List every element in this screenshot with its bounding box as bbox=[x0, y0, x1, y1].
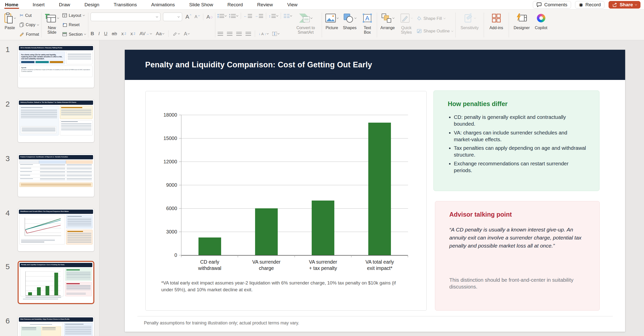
decrease-indent-button[interactable]: ← bbox=[244, 14, 252, 18]
menu-item-design[interactable]: Design bbox=[85, 0, 99, 9]
current-slide[interactable]: Penalty and Liquidity Comparison: Cost o… bbox=[125, 50, 625, 332]
text-direction-chevron-icon bbox=[267, 32, 269, 34]
slide-title-bar[interactable]: Penalty and Liquidity Comparison: Cost o… bbox=[125, 50, 625, 80]
thumb1-pill-navy bbox=[21, 61, 34, 63]
thumb1-agenda-text: 1) Feature comparison 2) Risk/return imp… bbox=[21, 69, 91, 72]
bold-button[interactable]: B bbox=[91, 31, 94, 36]
shape-outline-button[interactable]: Shape Outline bbox=[417, 28, 453, 34]
slide-thumbnail-5-selected[interactable]: Penalty and Liquidity Comparison: Cost o… bbox=[18, 261, 94, 304]
slide-thumbnail-2[interactable]: Advisory Position: Default to “Do Not Re… bbox=[18, 99, 94, 142]
bullets-chevron-icon bbox=[224, 14, 226, 16]
text-direction-button[interactable]: ↓A↕ bbox=[259, 32, 269, 36]
menu-item-insert[interactable]: Insert bbox=[33, 0, 45, 9]
columns-button[interactable] bbox=[284, 14, 292, 18]
line-spacing-button[interactable]: ↕ bbox=[269, 14, 278, 18]
titlebar-actions: Comments ◉ Record Share bbox=[533, 0, 640, 9]
menu-item-home[interactable]: Home bbox=[5, 0, 18, 9]
designer-button[interactable]: Designer bbox=[511, 11, 532, 39]
convert-smartart-button[interactable]: Convert to SmartArt bbox=[292, 11, 319, 39]
copilot-label: Copilot bbox=[535, 26, 547, 30]
menu-item-animations[interactable]: Animations bbox=[151, 0, 175, 9]
menu-item-slide-show[interactable]: Slide Show bbox=[189, 0, 213, 9]
svg-text:A: A bbox=[365, 15, 369, 22]
character-spacing-button[interactable]: AV↔ bbox=[140, 31, 152, 36]
picture-button[interactable]: Picture bbox=[324, 11, 339, 39]
add-ins-button[interactable]: Add-ins bbox=[486, 11, 506, 39]
subscript-button[interactable]: x2 bbox=[130, 31, 135, 36]
menu-item-review[interactable]: Review bbox=[257, 0, 273, 9]
layout-button[interactable]: Layout bbox=[62, 12, 86, 19]
comment-icon bbox=[537, 2, 542, 7]
align-right-button[interactable] bbox=[236, 32, 242, 36]
slide-thumbnail-3[interactable]: Feature Comparison: Certificates of Depo… bbox=[18, 154, 94, 197]
align-center-button[interactable] bbox=[227, 32, 232, 36]
quick-styles-button[interactable]: Quick Styles bbox=[398, 11, 414, 39]
green-box-title: How penalties differ bbox=[448, 100, 586, 108]
shape-outline-label: Shape Outline bbox=[423, 29, 450, 33]
arrange-button[interactable]: Arrange bbox=[379, 11, 396, 39]
paste-button[interactable]: Paste bbox=[3, 11, 17, 39]
strikethrough-button[interactable]: ab bbox=[112, 31, 117, 36]
chart-bar-1 bbox=[198, 237, 221, 255]
comments-button[interactable]: Comments bbox=[533, 1, 571, 9]
share-label: Share bbox=[620, 2, 633, 8]
text-box-button[interactable]: A Text Box bbox=[360, 11, 375, 39]
green-box-bullet: VA: charges can include surrender schedu… bbox=[454, 129, 586, 143]
copy-button[interactable]: Copy bbox=[20, 22, 39, 28]
format-painter-button[interactable]: Format bbox=[20, 31, 39, 37]
slide-thumbnail-6[interactable]: Risk Tolerance and Suitability: Align Pr… bbox=[18, 316, 94, 336]
sensitivity-button[interactable]: Sensitivity bbox=[458, 11, 481, 39]
mini-chart-bar bbox=[28, 292, 32, 295]
decrease-font-button[interactable]: A bbox=[194, 14, 199, 19]
italic-button[interactable]: I bbox=[98, 31, 100, 36]
font-color-button[interactable]: A bbox=[184, 31, 189, 37]
chart-card[interactable]: 0300060009000120001500018000CD earlywith… bbox=[145, 91, 427, 311]
change-case-button[interactable]: Aa bbox=[156, 31, 164, 36]
bullets-button[interactable] bbox=[218, 14, 226, 18]
menu-item-transitions[interactable]: Transitions bbox=[114, 0, 137, 9]
shapes-button[interactable]: Shapes bbox=[342, 11, 357, 39]
slide-thumbnail-4[interactable]: Risk/Return and Growth Effect: Fee Drag … bbox=[18, 208, 94, 252]
x-axis-category-label: VA surrendercharge bbox=[238, 259, 295, 271]
share-button[interactable]: Share bbox=[609, 1, 640, 9]
smartart-chevron-icon bbox=[310, 17, 312, 19]
advisor-talking-point-box[interactable]: Advisor talking point “A CD penalty is u… bbox=[435, 201, 600, 311]
align-left-button[interactable] bbox=[218, 32, 223, 36]
font-name-select[interactable] bbox=[91, 13, 160, 21]
new-slide-button[interactable]: New Slide bbox=[44, 11, 60, 39]
layout-chevron-icon bbox=[83, 14, 85, 16]
text-highlight-button[interactable] bbox=[173, 31, 180, 36]
section-button[interactable]: Section bbox=[62, 31, 86, 37]
menu-item-record[interactable]: Record bbox=[227, 0, 243, 9]
record-button[interactable]: ◉ Record bbox=[575, 1, 605, 9]
increase-indent-button[interactable]: → bbox=[255, 14, 263, 18]
menu-item-draw[interactable]: Draw bbox=[59, 0, 70, 9]
thumb3-table-rows bbox=[19, 164, 93, 181]
numbering-button[interactable] bbox=[229, 14, 238, 18]
underline-button[interactable]: U bbox=[104, 31, 107, 36]
cut-button[interactable]: ✂ Cut bbox=[20, 12, 39, 19]
align-text-button[interactable] bbox=[272, 32, 279, 36]
shape-fill-button[interactable]: Shape Fill bbox=[417, 15, 453, 22]
how-penalties-differ-box[interactable]: How penalties differ CD: penalty is gene… bbox=[433, 90, 599, 191]
shape-outline-chevron-icon bbox=[451, 30, 453, 32]
character-spacing-chevron-icon bbox=[150, 32, 152, 34]
justify-button[interactable] bbox=[246, 32, 251, 36]
menu-item-view[interactable]: View bbox=[287, 0, 298, 9]
copy-icon bbox=[20, 22, 24, 27]
reset-button[interactable]: Reset bbox=[62, 22, 86, 28]
slide-thumbnail-1[interactable]: CD-to-Variable Annuity Rollovers: Fiduci… bbox=[18, 45, 94, 88]
gridline bbox=[181, 115, 408, 115]
clear-formatting-button[interactable]: A◇ bbox=[207, 14, 213, 20]
font-size-select[interactable] bbox=[163, 13, 182, 21]
x-axis-tick bbox=[408, 255, 408, 257]
y-axis-tick bbox=[179, 232, 181, 232]
font-size-chevron-icon bbox=[178, 15, 180, 17]
copilot-button[interactable]: Copilot bbox=[532, 11, 550, 39]
menu-bar: HomeInsertDrawDesignTransitionsAnimation… bbox=[5, 0, 298, 9]
convert-smartart-label: Convert to SmartArt bbox=[294, 26, 318, 35]
superscript-button[interactable]: x2 bbox=[121, 31, 126, 36]
shape-fill-chevron-icon bbox=[443, 17, 445, 19]
increase-font-button[interactable]: A^ bbox=[185, 14, 191, 20]
clipboard-icon bbox=[4, 13, 13, 24]
